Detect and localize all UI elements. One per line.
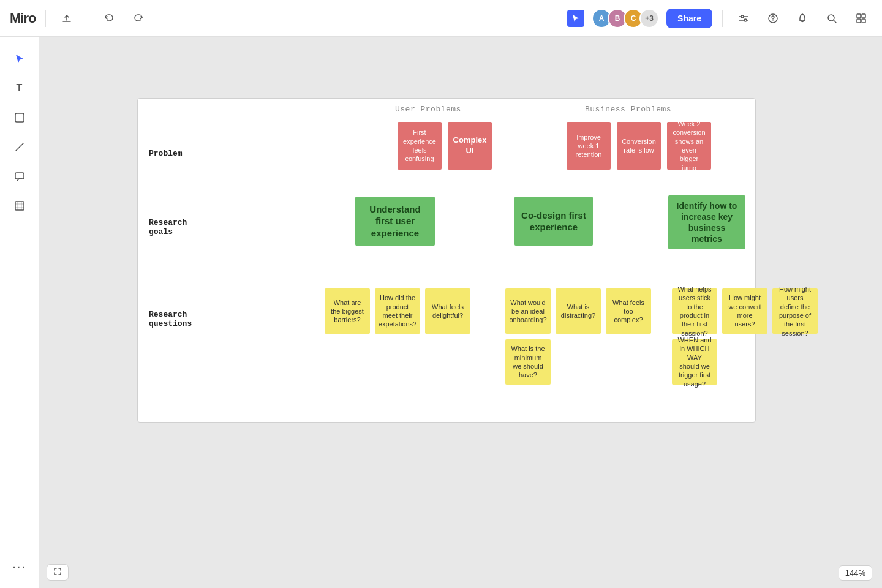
svg-rect-5 (857, 19, 861, 23)
toolbar-divider3 (722, 10, 723, 27)
problem-label: Problem (149, 149, 183, 158)
settings-button[interactable] (733, 7, 755, 29)
canvas: User Problems Business Problems Problem … (39, 37, 882, 588)
sticky-tool[interactable] (7, 105, 32, 130)
sticky-complex-ui[interactable]: Complex UI (448, 122, 492, 170)
sticky-minimum[interactable]: What is the minimum we should have? (505, 339, 551, 385)
svg-rect-6 (862, 19, 865, 23)
sticky-product-meet[interactable]: How did the product meet their expetatio… (375, 288, 420, 334)
board-list-button[interactable] (850, 7, 872, 29)
redo-button[interactable] (127, 7, 149, 29)
toolbar-left: Miro (10, 7, 149, 29)
toolbar-right: A B C +3 Share (567, 7, 872, 29)
svg-rect-3 (857, 14, 861, 18)
notifications-button[interactable] (791, 7, 813, 29)
sticky-when-trigger[interactable]: WHEN and in WHICH WAY should we trigger … (672, 339, 717, 385)
sticky-feels-delightful[interactable]: What feels delightful? (425, 288, 470, 334)
research-questions-label: Research questions (149, 310, 192, 328)
upload-button[interactable] (56, 7, 78, 29)
svg-rect-4 (862, 14, 865, 18)
sticky-users-stick[interactable]: What helps users stick to the product in… (672, 288, 717, 334)
svg-rect-9 (15, 202, 24, 210)
research-goals-label: Research goals (149, 218, 187, 236)
sticky-distracting[interactable]: What is distracting? (556, 288, 601, 334)
sticky-define-purpose[interactable]: How might users define the purpose of th… (772, 288, 818, 334)
avatar-group: A B C +3 (592, 9, 659, 28)
svg-point-1 (772, 20, 774, 21)
search-button[interactable] (821, 7, 843, 29)
sticky-improve-retention[interactable]: Improve week 1 retention (567, 122, 611, 170)
sticky-codesign[interactable]: Co-design first experience (514, 197, 593, 246)
miro-logo: Miro (10, 10, 36, 26)
frame-tool[interactable] (7, 194, 32, 218)
zoom-indicator: 144% (839, 565, 872, 581)
avatar-count: +3 (639, 9, 659, 28)
text-tool[interactable]: T (7, 76, 32, 100)
undo-button[interactable] (98, 7, 120, 29)
whiteboard: User Problems Business Problems Problem … (137, 98, 756, 423)
toolbar-divider2 (88, 10, 88, 27)
left-sidebar: T ··· (0, 37, 39, 588)
comment-tool[interactable] (7, 164, 32, 189)
expand-button[interactable] (47, 564, 69, 581)
svg-rect-7 (15, 113, 24, 122)
line-tool[interactable] (7, 135, 32, 159)
toolbar: Miro A B C +3 Share (0, 0, 882, 37)
sticky-too-complex[interactable]: What feels too complex? (606, 288, 651, 334)
sticky-understand-ux[interactable]: Understand first user experience (355, 197, 435, 246)
more-tools[interactable]: ··· (7, 554, 32, 578)
sticky-biggest-barriers[interactable]: What are the biggest barriers? (325, 288, 370, 334)
sticky-identify-metrics[interactable]: Identify how to increase key business me… (668, 195, 745, 249)
sticky-week2-conversion[interactable]: Week 2 conversion shows an even bigger j… (667, 122, 711, 170)
sticky-first-experience[interactable]: First experience feels confusing (398, 122, 442, 170)
sticky-convert-users[interactable]: How might we convert more users? (722, 288, 767, 334)
share-button[interactable]: Share (666, 9, 712, 28)
business-problems-header: Business Problems (585, 105, 671, 114)
toolbar-divider (45, 10, 46, 27)
cursor-indicator (567, 10, 584, 27)
cursor-tool[interactable] (7, 47, 32, 71)
sticky-ideal-onboarding[interactable]: What would be an ideal onboarding? (505, 288, 551, 334)
help-button[interactable] (762, 7, 784, 29)
user-problems-header: User Problems (395, 105, 461, 114)
sticky-conversion-rate[interactable]: Conversion rate is low (617, 122, 661, 170)
